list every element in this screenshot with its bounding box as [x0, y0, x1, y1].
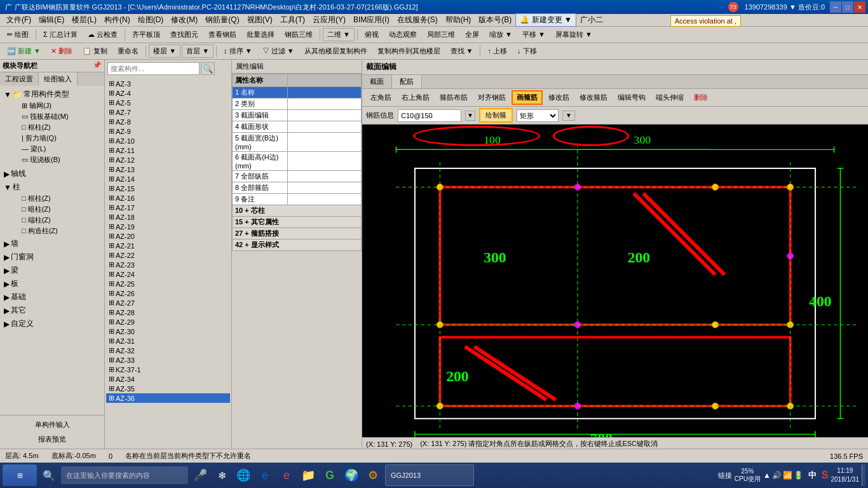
- taskbar-search-box[interactable]: 在这里输入你要搜索的内容: [61, 466, 188, 484]
- tree-axis[interactable]: ▶ 轴线: [3, 168, 102, 180]
- tb-filter[interactable]: ▽ 过滤 ▼: [258, 44, 299, 58]
- tree-wall[interactable]: ▶ 墙: [3, 238, 102, 250]
- tab-project-settings[interactable]: 工程设置: [0, 72, 39, 86]
- rebar-info-input[interactable]: [398, 109, 461, 122]
- tree-hidcol[interactable]: □ 暗柱(Z): [11, 204, 102, 215]
- tb-3d-rebar[interactable]: 钢筋三维: [280, 28, 317, 41]
- tree-beam[interactable]: — 梁(L): [11, 144, 102, 154]
- tree-constcol[interactable]: □ 构造柱(Z): [11, 226, 102, 236]
- taskbar-ie2-icon[interactable]: e: [277, 466, 296, 485]
- tb-rename[interactable]: 重命名: [113, 44, 143, 58]
- search-input[interactable]: [107, 62, 200, 75]
- btn-align-rebar[interactable]: 对齐钢筋: [473, 91, 510, 104]
- tab-rebar[interactable]: 配筋: [392, 75, 422, 88]
- member-item-az4[interactable]: ⊞ AZ-4: [106, 88, 230, 98]
- tray-input-method[interactable]: 中: [806, 470, 819, 481]
- member-item-az31[interactable]: ⊞ AZ-31: [106, 336, 230, 346]
- menu-member[interactable]: 构件(N): [100, 13, 134, 27]
- member-item-az5[interactable]: ⊞ AZ-5: [106, 98, 230, 107]
- tree-opening[interactable]: ▶ 门窗洞: [3, 251, 102, 263]
- menu-draw[interactable]: 绘图(D): [134, 13, 168, 27]
- member-item-az7[interactable]: ⊞ AZ-7: [106, 107, 230, 117]
- tb-copy[interactable]: 📋 复制: [78, 44, 112, 58]
- menu-bim[interactable]: BIM应用(I): [349, 13, 393, 27]
- tb-level[interactable]: 齐平板顶: [128, 28, 165, 41]
- member-item-az14[interactable]: ⊞ AZ-14: [106, 174, 230, 184]
- btn-right-corner-bar[interactable]: 右上角筋: [397, 91, 434, 104]
- taskbar-cortana-icon[interactable]: ❄: [212, 466, 231, 485]
- tb-find-elem[interactable]: 查找图元: [166, 28, 203, 41]
- member-item-az26[interactable]: ⊞ AZ-26: [106, 288, 230, 298]
- tree-slab[interactable]: ▶ 板: [3, 278, 102, 290]
- member-item-az21[interactable]: ⊞ AZ-21: [106, 241, 230, 250]
- tree-grid[interactable]: ⊞ 轴网(J): [11, 100, 102, 111]
- member-item-az24[interactable]: ⊞ AZ-24: [106, 269, 230, 279]
- search-button[interactable]: 🔍: [201, 62, 215, 75]
- btn-left-corner-bar[interactable]: 左角筋: [366, 91, 396, 104]
- member-item-az20[interactable]: ⊞ AZ-20: [106, 231, 230, 241]
- member-item-az10[interactable]: ⊞ AZ-10: [106, 136, 230, 146]
- tb-local3d[interactable]: 局部三维: [423, 28, 459, 41]
- tb-pan[interactable]: 平移 ▼: [518, 28, 550, 41]
- member-item-az15[interactable]: ⊞ AZ-15: [106, 184, 230, 193]
- tb-firstfloor[interactable]: 首层 ▼: [182, 44, 214, 58]
- tree-foundation[interactable]: ▶ 基础: [3, 291, 102, 303]
- member-item-az3[interactable]: ⊞ AZ-3: [106, 79, 230, 88]
- report-preview-btn[interactable]: 报表预览: [3, 433, 102, 446]
- draw-shape-select[interactable]: 矩形 线 三点圆弧: [517, 109, 559, 122]
- tb-2d[interactable]: 二维 ▼: [323, 28, 355, 41]
- tree-common-types[interactable]: ▼ 📁 常用构件类型: [3, 88, 102, 100]
- menu-edit[interactable]: 编辑(E): [35, 13, 68, 27]
- member-item-az12[interactable]: ⊞ AZ-12: [106, 155, 230, 165]
- taskbar-app1-icon[interactable]: ⚙: [363, 466, 383, 485]
- tb-delete[interactable]: ✕ 删除: [46, 44, 77, 58]
- member-item-az30[interactable]: ⊞ AZ-30: [106, 327, 230, 336]
- member-item-az17[interactable]: ⊞ AZ-17: [106, 203, 230, 212]
- taskbar-ie-icon[interactable]: e: [255, 466, 275, 485]
- tb-copy-to-floor[interactable]: 复制构件到其他楼层: [373, 44, 445, 58]
- tree-shearwall[interactable]: | 剪力墙(Q): [11, 133, 102, 144]
- single-input-btn[interactable]: 单构件输入: [3, 418, 102, 431]
- member-item-az16[interactable]: ⊞ AZ-16: [106, 193, 230, 203]
- menu-floor[interactable]: 楼层(L): [68, 13, 100, 27]
- tree-custom[interactable]: ▶ 自定义: [3, 318, 102, 330]
- tree-beam2[interactable]: ▶ 梁: [3, 264, 102, 276]
- menu-cloud[interactable]: 云应用(Y): [309, 13, 349, 27]
- drawing-canvas[interactable]: 100 300: [362, 125, 868, 449]
- taskbar-edge-icon[interactable]: 🌐: [234, 466, 253, 485]
- member-item-az13[interactable]: ⊞ AZ-13: [106, 165, 230, 174]
- btn-modify-bar[interactable]: 修改筋: [544, 91, 574, 104]
- member-item-az8[interactable]: ⊞ AZ-8: [106, 117, 230, 126]
- tb-up[interactable]: ↑ 上移: [483, 44, 512, 58]
- btn-draw-stirrup2[interactable]: 绘制箍: [479, 108, 513, 123]
- tb-zoom[interactable]: 缩放 ▼: [485, 28, 517, 41]
- tb-rotate[interactable]: 屏幕旋转 ▼: [551, 28, 597, 41]
- member-item-az29[interactable]: ⊞ AZ-29: [106, 317, 230, 327]
- member-item-az18[interactable]: ⊞ AZ-18: [106, 212, 230, 222]
- btn-end-extend[interactable]: 端头伸缩: [651, 91, 688, 104]
- menu-version[interactable]: 版本号(B): [475, 13, 515, 27]
- taskbar-folder-icon[interactable]: 📁: [299, 466, 318, 485]
- member-item-az22[interactable]: ⊞ AZ-22: [106, 250, 230, 260]
- max-button[interactable]: □: [842, 1, 853, 13]
- tb-floor-select[interactable]: 楼层 ▼: [149, 44, 180, 58]
- rebar-dropdown-arrow[interactable]: ▼: [465, 111, 475, 121]
- menu-help[interactable]: 帮助(H): [442, 13, 475, 27]
- btn-draw-stirrup[interactable]: 画箍筋: [512, 90, 543, 105]
- member-item-az9[interactable]: ⊞ AZ-9: [106, 126, 230, 136]
- tb-fullscreen[interactable]: 全屏: [461, 28, 484, 41]
- member-item-az25[interactable]: ⊞ AZ-25: [106, 279, 230, 288]
- tb-batch[interactable]: 批量选择: [242, 28, 279, 41]
- member-item-az36[interactable]: ⊞ AZ-36: [106, 393, 230, 403]
- member-item-az35[interactable]: ⊞ AZ-35: [106, 384, 230, 393]
- menu-file[interactable]: 文件(F): [3, 13, 35, 27]
- tree-framecol2[interactable]: □ 框柱(Z): [11, 193, 102, 204]
- taskbar-mic-icon[interactable]: 🎤: [191, 466, 210, 485]
- member-item-az27[interactable]: ⊞ AZ-27: [106, 298, 230, 308]
- tab-section[interactable]: 截面: [362, 75, 392, 88]
- nav-pin[interactable]: 📌: [93, 61, 102, 71]
- taskbar-earth-icon[interactable]: 🌍: [342, 466, 361, 485]
- start-button[interactable]: ⊞: [3, 464, 37, 486]
- taskbar-ggj-app[interactable]: GGJ2013: [385, 464, 474, 486]
- member-item-az23[interactable]: ⊞ AZ-23: [106, 260, 230, 269]
